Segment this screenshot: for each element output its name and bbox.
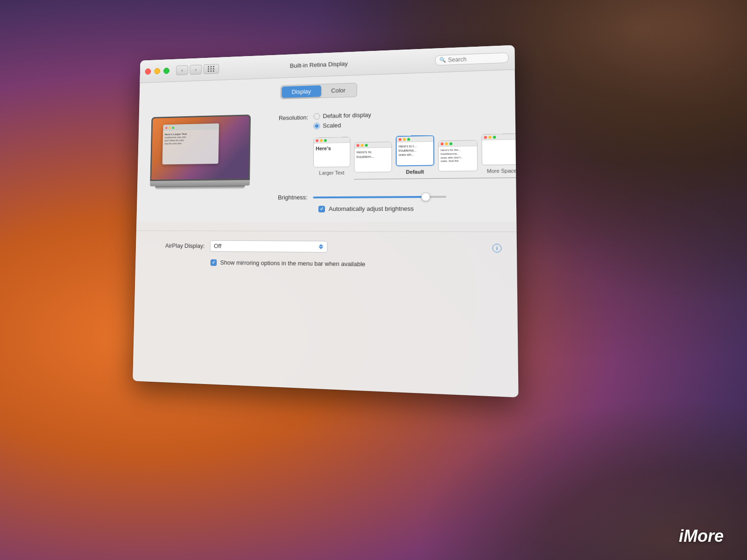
dot-red-4 [441, 142, 444, 145]
mirror-label: Show mirroring options in the menu bar w… [220, 259, 366, 268]
window-title: Built-in Retina Display [290, 60, 348, 69]
scale-option-4[interactable]: Here's for the...troublesome...ones who … [438, 140, 478, 175]
display-preferences-window: ‹ › Built-in Retina Display 🔍 Display Co… [133, 45, 519, 398]
scale-thumb-larger[interactable]: Here's [313, 137, 351, 168]
brightness-label: Brightness: [268, 194, 313, 201]
scale-2-preview: Here's totroublem... [356, 150, 389, 160]
minimize-button[interactable] [154, 68, 160, 74]
resolution-scaled-radio[interactable] [314, 123, 320, 129]
dot-red-default [399, 138, 402, 140]
scale-default[interactable]: Here's to t...troublema...ones wh... Def… [396, 135, 435, 175]
tab-group: Display Color [281, 83, 357, 99]
auto-brightness-label: Automatically adjust brightness [329, 205, 414, 212]
resolution-default-radio[interactable] [314, 113, 320, 119]
resolution-options: Default for display Scaled [313, 107, 519, 180]
airplay-row: AirPlay Display: Off i [148, 240, 501, 254]
dot-green-more [493, 135, 496, 138]
auto-brightness-checkbox[interactable] [318, 206, 325, 212]
laptop-screen-content: Here's Larger Text troublesome ones who … [151, 116, 249, 180]
scale-thumb-2[interactable]: Here's totroublem... [354, 141, 392, 172]
dot-red-more [484, 136, 487, 139]
traffic-lights [145, 67, 169, 74]
scale-4-preview: Here's for the...troublesome...ones who … [441, 148, 475, 163]
scale-more-preview [484, 141, 519, 142]
resolution-scaled-option[interactable]: Scaled [314, 118, 519, 129]
back-arrow-icon: ‹ [181, 67, 183, 72]
settings-panel: Resolution: Default for display Scaled [268, 107, 519, 212]
brightness-thumb[interactable] [421, 192, 430, 201]
mirror-row: Show mirroring options in the menu bar w… [211, 259, 502, 269]
scale-thumb-more-body [482, 140, 518, 144]
larger-text-preview: Here's [316, 145, 348, 152]
resolution-section: Resolution: Default for display Scaled [268, 107, 518, 180]
dot-yellow-default [403, 138, 406, 140]
search-box[interactable]: 🔍 [435, 52, 509, 65]
back-button[interactable]: ‹ [176, 65, 188, 75]
scale-thumb-default[interactable]: Here's to t...troublema...ones wh... [396, 135, 435, 166]
dot-green-default [407, 138, 410, 140]
maximize-button[interactable] [163, 67, 169, 74]
scale-more-label: More Space [487, 168, 517, 174]
mirror-checkbox[interactable] [211, 259, 217, 266]
brightness-section: Brightness: [268, 192, 519, 201]
lower-section: AirPlay Display: Off i Show mirroring op… [135, 231, 517, 280]
tab-color[interactable]: Color [321, 84, 356, 97]
forward-arrow-icon: › [195, 67, 197, 72]
dot-yellow-more [488, 136, 491, 139]
dot-green [324, 139, 327, 142]
grid-view-button[interactable] [204, 64, 219, 74]
resolution-scaled-label: Scaled [323, 122, 341, 129]
imore-watermark: iMore [679, 526, 724, 546]
tab-display[interactable]: Display [282, 85, 321, 98]
laptop: Here's Larger Text troublesome ones who … [150, 114, 251, 190]
info-button[interactable]: i [493, 244, 502, 252]
search-input[interactable] [448, 54, 504, 63]
airplay-dropdown[interactable]: Off [210, 240, 327, 253]
dropdown-arrow-icon [318, 244, 323, 249]
scale-larger-label: Larger Text [319, 170, 345, 176]
laptop-preview: Here's Larger Text troublesome ones who … [149, 114, 255, 212]
dropdown-up-arrow [319, 244, 324, 246]
dot-yellow [320, 139, 323, 142]
dot-green-4 [450, 142, 452, 145]
grid-icon [208, 66, 215, 72]
dot-yellow-4 [445, 142, 448, 145]
laptop-shadow [155, 186, 245, 190]
scale-thumb-more[interactable] [481, 133, 518, 165]
airplay-label: AirPlay Display: [148, 242, 204, 249]
scale-larger-text[interactable]: Here's Larger Text [313, 137, 351, 175]
brightness-slider[interactable] [313, 196, 446, 198]
scale-options-row: Here's Larger Text [313, 133, 519, 176]
dropdown-down-arrow [318, 247, 323, 249]
scale-separator-line [354, 177, 516, 179]
scale-thumb-4[interactable]: Here's for the...troublesome...ones who … [438, 140, 478, 172]
scale-line-row [313, 177, 516, 180]
scale-thumb-2-body: Here's totroublem... [354, 147, 391, 161]
dot-green-2 [365, 144, 368, 147]
forward-button[interactable]: › [190, 64, 202, 75]
scale-thumb-4-body: Here's for the...troublesome...ones who … [439, 146, 478, 165]
dot-red-2 [357, 144, 359, 147]
content-area: Here's Larger Text troublesome ones who … [136, 98, 516, 222]
scale-thumb-larger-body: Here's [314, 143, 350, 154]
airplay-dropdown-value: Off [214, 243, 221, 250]
dot-yellow-2 [361, 144, 364, 147]
scale-default-label: Default [406, 169, 424, 175]
laptop-inner-window: Here's Larger Text troublesome ones who … [162, 123, 219, 164]
scale-thumb-default-body: Here's to t...troublema...ones wh... [397, 142, 434, 159]
scale-more-space[interactable]: More Space [481, 133, 518, 174]
nav-buttons: ‹ › [176, 64, 202, 75]
resolution-label: Resolution: [268, 113, 314, 122]
scale-option-2[interactable]: Here's totroublem... [354, 141, 392, 175]
close-button[interactable] [145, 68, 151, 74]
scale-default-preview: Here's to t...troublema...ones wh... [399, 144, 431, 157]
dot-red [316, 139, 318, 142]
resolution-default-label: Default for display [323, 112, 371, 119]
laptop-screen: Here's Larger Text troublesome ones who … [150, 114, 251, 181]
auto-brightness-row: Automatically adjust brightness [318, 205, 518, 212]
search-icon: 🔍 [439, 57, 446, 63]
